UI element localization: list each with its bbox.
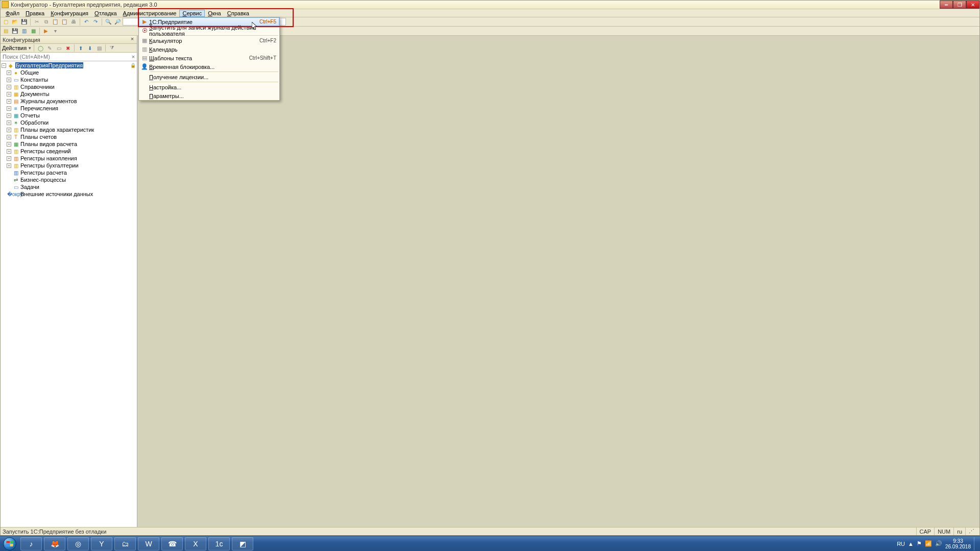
menu-файл[interactable]: Файл [3, 10, 22, 17]
find-icon[interactable]: 🔍 [104, 18, 112, 26]
taskbar-excel[interactable]: X [185, 537, 206, 550]
menu-справка[interactable]: Справка [224, 10, 252, 17]
windows-taskbar: ♪🦊◎Y🗂W☎X1c◩ RU ▲ ⚑ 📶 🔊 9:33 26.09.2018 [0, 536, 980, 551]
node-icon: ▥ [12, 148, 19, 154]
folder-icon[interactable]: ▥ [20, 27, 28, 35]
tray-sound-icon[interactable]: 🔊 [935, 540, 942, 547]
tree-item[interactable]: +�округВнешние источники данных [1, 190, 137, 198]
lock-icon: 👤 [140, 63, 149, 70]
tree-item[interactable]: +▭Задачи [1, 183, 137, 190]
menu-правка[interactable]: Правка [22, 10, 47, 17]
run-icon[interactable]: ▶ [42, 27, 50, 35]
show-desktop-button[interactable] [974, 537, 978, 550]
maximize-button[interactable]: ❐ [953, 1, 966, 9]
menu-отладка[interactable]: Отладка [91, 10, 120, 17]
menu-item[interactable]: ▦КалькуляторCtrl+F2 [139, 36, 279, 45]
taskbar-explorer[interactable]: 🗂 [114, 537, 136, 550]
panel-close-icon[interactable]: × [129, 36, 136, 43]
table-icon[interactable]: ▦ [29, 27, 37, 35]
tree-item[interactable]: +▥Регистры расчета [1, 169, 137, 176]
copy-icon[interactable]: ⧉ [42, 18, 50, 26]
tray-lang[interactable]: RU [897, 541, 905, 547]
minimize-button[interactable]: ━ [940, 1, 953, 9]
tree-search-input[interactable] [1, 53, 130, 61]
taskbar-viber[interactable]: ☎ [161, 537, 183, 550]
tray-network-icon[interactable]: 📶 [925, 540, 932, 547]
menu-окна[interactable]: Окна [205, 10, 224, 17]
node-icon: ▥ [12, 155, 19, 161]
tree-root[interactable]: −◆БухгалтерияПредприятия🔒 [1, 62, 137, 69]
menu-item[interactable]: ⦿Запустить для записи журнала действий п… [139, 26, 279, 35]
taskbar-snagit[interactable]: ◩ [232, 537, 253, 550]
menu-item[interactable]: ▤Шаблоны текстаCtrl+Shift+T [139, 54, 279, 62]
prop-icon[interactable]: ▭ [55, 44, 63, 52]
find-next-icon[interactable]: 🔎 [113, 18, 122, 26]
menu-item[interactable]: 👤Временная блокировка... [139, 62, 279, 71]
node-icon: �округ [12, 191, 19, 197]
redo-icon[interactable]: ↷ [91, 18, 100, 26]
shortcut-label: Ctrl+F2 [259, 38, 276, 43]
taskbar-word[interactable]: W [138, 537, 159, 550]
edit-icon[interactable]: ✎ [45, 44, 54, 52]
tree-item[interactable]: +▦Отчеты [1, 112, 137, 119]
up-icon[interactable]: ⬆ [77, 44, 85, 52]
tree-item[interactable]: +●Общие [1, 69, 137, 76]
tree-item[interactable]: +≡Перечисления [1, 105, 137, 112]
window-title: Конфигуратор - Бухгалтерия предприятия, … [11, 2, 978, 8]
new-icon[interactable]: ▢ [2, 18, 10, 26]
tree-item[interactable]: +▥Планы видов характеристик [1, 126, 137, 133]
tree-item[interactable]: +▤Журналы документов [1, 98, 137, 105]
tree-item[interactable]: +▭Константы [1, 76, 137, 83]
save-icon[interactable]: 💾 [20, 18, 28, 26]
taskbar-yandex[interactable]: Y [91, 537, 112, 550]
tree-item[interactable]: +▥Регистры сведений [1, 148, 137, 155]
tray-clock[interactable]: 9:33 26.09.2018 [945, 538, 971, 549]
open-icon[interactable]: 📂 [11, 18, 19, 26]
filter-icon[interactable]: ⧩ [108, 44, 116, 52]
templates-icon: ▤ [140, 55, 149, 61]
dropdown-icon[interactable]: ▾ [51, 27, 59, 35]
paste2-icon[interactable]: 📋 [60, 18, 68, 26]
tray-action-center-icon[interactable]: ⚑ [917, 540, 922, 547]
menu-конфигурация[interactable]: Конфигурация [47, 10, 91, 17]
menu-item[interactable]: Параметры... [139, 91, 279, 100]
tree-item[interactable]: +⇄Бизнес-процессы [1, 176, 137, 183]
tree-item[interactable]: +▥Регистры накопления [1, 155, 137, 162]
config-icon[interactable]: ▤ [2, 27, 10, 35]
menu-администрирование[interactable]: Администрирование [120, 10, 180, 17]
config-tree[interactable]: −◆БухгалтерияПредприятия🔒+●Общие+▭Конста… [1, 61, 137, 527]
undo-icon[interactable]: ↶ [82, 18, 90, 26]
taskbar-chrome[interactable]: ◎ [67, 537, 89, 550]
titlebar: Конфигуратор - Бухгалтерия предприятия, … [1, 1, 979, 9]
taskbar-1c[interactable]: 1c [208, 537, 230, 550]
menu-item[interactable]: Получение лицензии... [139, 73, 279, 81]
paste-icon[interactable]: 📋 [51, 18, 59, 26]
actions-menu[interactable]: Действия ▼ [2, 45, 32, 51]
down-icon[interactable]: ⬇ [86, 44, 94, 52]
menu-item-label: Калькулятор [149, 38, 259, 44]
tree-item[interactable]: +ТПланы счетов [1, 133, 137, 140]
tree-item[interactable]: +▦Планы видов расчета [1, 140, 137, 148]
menu-item-label: Календарь [149, 46, 276, 53]
tree-item[interactable]: +✶Обработки [1, 119, 137, 126]
tree-item[interactable]: +▥Справочники [1, 83, 137, 90]
menu-item[interactable]: Настройка... [139, 83, 279, 91]
start-button[interactable] [0, 536, 19, 552]
close-button[interactable]: ✕ [966, 1, 979, 9]
calendar-icon: ▥ [140, 46, 149, 53]
print-icon[interactable]: 🖶 [69, 18, 78, 26]
delete-icon[interactable]: ✖ [64, 44, 72, 52]
clear-search-icon[interactable]: × [130, 54, 137, 60]
tree-item[interactable]: +▥Регистры бухгалтерии [1, 162, 137, 169]
tree-item[interactable]: +▦Документы [1, 90, 137, 98]
add-icon[interactable]: ◯ [36, 44, 44, 52]
status-cap: CAP [916, 528, 935, 535]
menu-сервис[interactable]: Сервис [179, 10, 205, 17]
save-db-icon[interactable]: 💾 [11, 27, 19, 35]
cut-icon[interactable]: ✂ [33, 18, 41, 26]
menu-item[interactable]: ▥Календарь [139, 45, 279, 54]
sort-icon[interactable]: ▤ [95, 44, 103, 52]
taskbar-winamp[interactable]: ♪ [20, 537, 42, 550]
taskbar-firefox[interactable]: 🦊 [44, 537, 65, 550]
tray-flag-icon[interactable]: ▲ [908, 541, 914, 547]
